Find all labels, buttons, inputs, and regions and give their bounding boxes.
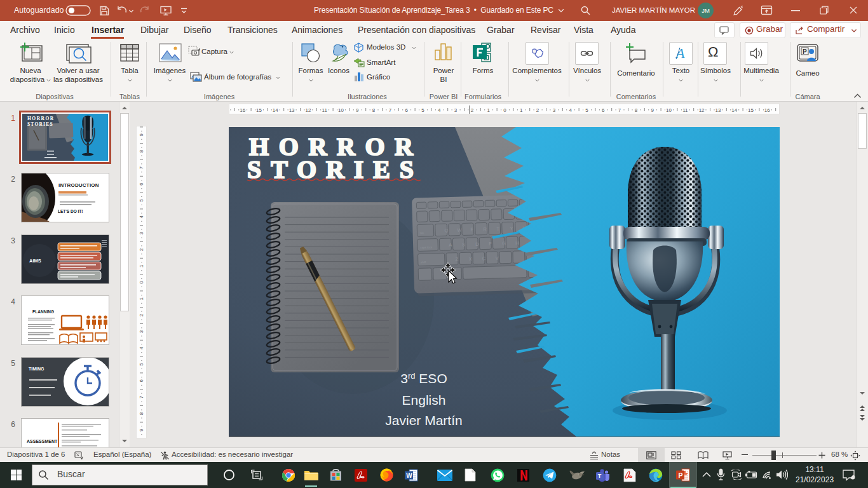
svg-text:0: 0 bbox=[139, 281, 144, 284]
svg-text:7: 7 bbox=[139, 395, 144, 398]
svg-text:LET'S DO IT!: LET'S DO IT! bbox=[58, 209, 83, 214]
svg-text:2: 2 bbox=[139, 248, 144, 251]
svg-text:PLANNING: PLANNING bbox=[32, 309, 54, 314]
svg-text:D: D bbox=[475, 241, 479, 247]
svg-text:3: 3 bbox=[139, 231, 144, 234]
svg-text:ASSESSMENT: ASSESSMENT bbox=[27, 439, 58, 444]
svg-text:6: 6 bbox=[602, 107, 605, 113]
svg-text:G: G bbox=[502, 241, 506, 247]
svg-text:15: 15 bbox=[748, 107, 754, 113]
svg-text:E: E bbox=[470, 227, 473, 233]
svg-text:0: 0 bbox=[503, 107, 506, 113]
svg-text:shift: shift bbox=[421, 261, 426, 264]
svg-text:9: 9 bbox=[651, 107, 654, 113]
svg-text:T: T bbox=[496, 226, 499, 232]
svg-text:9: 9 bbox=[139, 133, 144, 137]
svg-text:1: 1 bbox=[487, 107, 490, 113]
svg-text:16: 16 bbox=[764, 107, 770, 113]
svg-text:W: W bbox=[406, 472, 412, 479]
svg-text:V: V bbox=[496, 255, 499, 261]
svg-text:16: 16 bbox=[240, 107, 245, 113]
svg-text:tab: tab bbox=[420, 231, 424, 234]
svg-text:1: 1 bbox=[520, 107, 523, 113]
svg-text:2: 2 bbox=[139, 313, 144, 316]
svg-text:12: 12 bbox=[699, 107, 705, 113]
svg-text:8: 8 bbox=[372, 107, 376, 113]
svg-text:8: 8 bbox=[139, 412, 144, 415]
svg-text:A: A bbox=[449, 242, 452, 248]
svg-text:2: 2 bbox=[536, 107, 539, 113]
svg-text:Javier Martín: Javier Martín bbox=[385, 413, 462, 428]
svg-text:4: 4 bbox=[438, 107, 441, 113]
svg-text:6: 6 bbox=[139, 182, 144, 186]
svg-text:AIMS: AIMS bbox=[29, 258, 41, 264]
svg-text:7: 7 bbox=[389, 107, 392, 113]
svg-text:13: 13 bbox=[289, 107, 295, 113]
svg-text:14: 14 bbox=[731, 107, 737, 113]
svg-text:W: W bbox=[457, 227, 462, 233]
svg-text:3: 3 bbox=[553, 107, 556, 113]
svg-text:2: 2 bbox=[471, 107, 474, 113]
svg-text:R: R bbox=[483, 226, 487, 232]
svg-text:F: F bbox=[489, 241, 492, 247]
svg-text:10: 10 bbox=[666, 107, 672, 113]
svg-text:5: 5 bbox=[585, 107, 588, 113]
svg-text:11: 11 bbox=[682, 107, 688, 113]
svg-text:S: S bbox=[462, 241, 465, 247]
svg-text:6: 6 bbox=[405, 107, 408, 113]
svg-text:4: 4 bbox=[139, 215, 144, 219]
svg-text:14: 14 bbox=[273, 107, 278, 113]
svg-text:1: 1 bbox=[139, 297, 144, 301]
svg-text:STORIES: STORIES bbox=[27, 121, 53, 127]
svg-text:3rd ESO: 3rd ESO bbox=[400, 371, 447, 386]
svg-text:T: T bbox=[598, 473, 602, 479]
svg-text:9: 9 bbox=[356, 107, 359, 113]
svg-text:7: 7 bbox=[618, 107, 621, 113]
svg-text:Y: Y bbox=[510, 226, 513, 231]
svg-text:3: 3 bbox=[139, 330, 144, 333]
svg-text:TIMING: TIMING bbox=[29, 367, 44, 371]
svg-text:7: 7 bbox=[139, 166, 144, 169]
svg-text:12: 12 bbox=[305, 107, 311, 113]
svg-text:X: X bbox=[469, 256, 472, 262]
svg-text:Z: Z bbox=[456, 257, 459, 262]
svg-text:11: 11 bbox=[322, 107, 328, 113]
svg-text:8: 8 bbox=[139, 149, 144, 152]
svg-text:caps lock: caps lock bbox=[420, 246, 433, 250]
svg-text:H: H bbox=[515, 240, 519, 246]
svg-text:HORROR: HORROR bbox=[27, 116, 55, 121]
svg-text:10: 10 bbox=[338, 107, 344, 113]
svg-text:Q: Q bbox=[444, 227, 448, 233]
svg-text:5: 5 bbox=[139, 363, 144, 366]
svg-text:4: 4 bbox=[139, 346, 144, 349]
svg-text:3: 3 bbox=[454, 107, 458, 113]
svg-text:5: 5 bbox=[139, 199, 144, 202]
svg-text:5: 5 bbox=[421, 107, 424, 113]
svg-text:8: 8 bbox=[635, 107, 638, 113]
svg-text:P: P bbox=[803, 48, 807, 55]
svg-text:4: 4 bbox=[569, 107, 572, 113]
svg-text:P: P bbox=[678, 471, 682, 479]
svg-text:13: 13 bbox=[715, 107, 721, 113]
svg-text:15: 15 bbox=[256, 107, 262, 113]
svg-text:6: 6 bbox=[139, 379, 144, 383]
svg-text:English: English bbox=[402, 393, 446, 407]
svg-text:9: 9 bbox=[139, 428, 144, 431]
svg-text:INTRODUCTION: INTRODUCTION bbox=[58, 182, 99, 188]
svg-text:1: 1 bbox=[139, 264, 144, 268]
svg-text:C: C bbox=[482, 255, 486, 261]
